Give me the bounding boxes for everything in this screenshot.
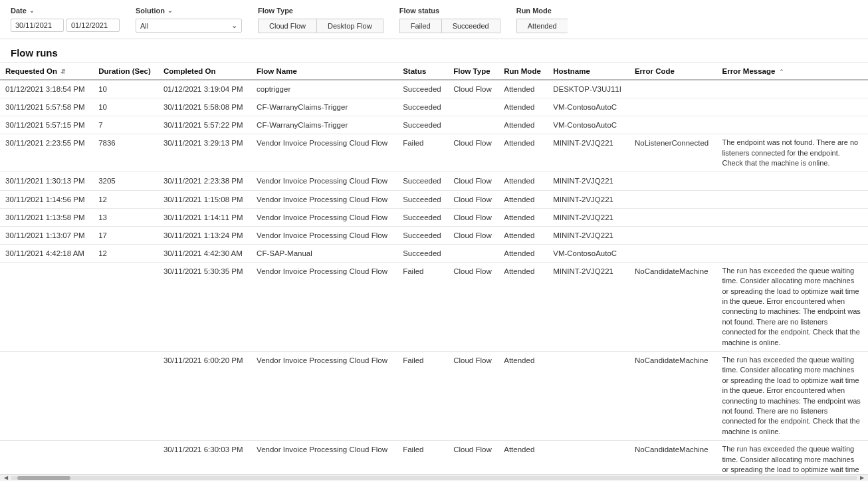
cell-flow-name: Vendor Invoice Processing Cloud Flow <box>251 441 397 474</box>
col-header-duration[interactable]: Duration (Sec) <box>93 63 158 80</box>
solution-label-text: Solution <box>136 7 165 15</box>
solution-filter-group: Solution ⌄ All ⌄ <box>136 7 242 33</box>
cell-run-mode: Attended <box>498 80 548 98</box>
flow-status-label: Flow status <box>399 7 500 15</box>
run-mode-label: Run Mode <box>516 7 568 15</box>
cell-completed-on: 30/11/2021 5:58:08 PM <box>158 98 251 116</box>
table-row: 30/11/2021 1:14:56 PM1230/11/2021 1:15:0… <box>0 190 868 208</box>
cell-error-code <box>629 98 717 116</box>
col-header-requested-on[interactable]: Requested On ⇵ <box>0 63 93 80</box>
sort-icon-error-message: ⌃ <box>779 68 784 75</box>
cell-flow-type <box>448 98 498 116</box>
table-row: 30/11/2021 4:42:18 AM1230/11/2021 4:42:3… <box>0 244 868 262</box>
flow-status-succeeded-button[interactable]: Succeeded <box>441 19 500 33</box>
flow-type-label-text: Flow Type <box>258 7 293 15</box>
cell-error-message <box>716 172 868 190</box>
cell-run-mode: Attended <box>498 134 548 172</box>
cell-error-message: The run has exceeded the queue waiting t… <box>716 262 868 351</box>
cell-requested-on: 30/11/2021 2:23:55 PM <box>0 134 93 172</box>
cell-status: Succeeded <box>397 172 448 190</box>
flow-type-desktop-button[interactable]: Desktop Flow <box>316 19 383 33</box>
cell-error-code <box>629 80 717 98</box>
cell-hostname: VM-ContosoAutoC <box>548 244 629 262</box>
table-header-row: Requested On ⇵ Duration (Sec) Completed … <box>0 63 868 80</box>
cell-run-mode: Attended <box>498 116 548 134</box>
cell-requested-on: 30/11/2021 1:13:58 PM <box>0 208 93 226</box>
cell-error-message: The run has exceeded the queue waiting t… <box>716 441 868 474</box>
cell-requested-on <box>0 262 93 351</box>
date-chevron-icon: ⌄ <box>29 7 35 14</box>
cell-completed-on: 30/11/2021 5:57:22 PM <box>158 116 251 134</box>
cell-requested-on: 01/12/2021 3:18:54 PM <box>0 80 93 98</box>
cell-run-mode: Attended <box>498 98 548 116</box>
cell-error-message <box>716 80 868 98</box>
table-row: 30/11/2021 1:13:58 PM1330/11/2021 1:14:1… <box>0 208 868 226</box>
cell-flow-name: CF-SAP-Manual <box>251 244 397 262</box>
col-header-flow-name[interactable]: Flow Name <box>251 63 397 80</box>
date-end-input[interactable] <box>66 19 120 32</box>
cell-duration: 7836 <box>93 134 158 172</box>
cell-run-mode: Attended <box>498 190 548 208</box>
cell-flow-type: Cloud Flow <box>448 190 498 208</box>
cell-error-message: The run has exceeded the queue waiting t… <box>716 352 868 441</box>
date-filter-group: Date ⌄ <box>11 7 120 32</box>
col-header-error-code[interactable]: Error Code <box>629 63 717 80</box>
cell-error-message <box>716 98 868 116</box>
cell-status: Failed <box>397 352 448 441</box>
cell-error-code <box>629 116 717 134</box>
col-header-completed-on[interactable]: Completed On <box>158 63 251 80</box>
scrollbar-track[interactable] <box>11 476 857 480</box>
cell-hostname: DESKTOP-V3UJ11I <box>548 80 629 98</box>
solution-value-text: All <box>140 22 148 30</box>
table-row: 30/11/2021 1:30:13 PM320530/11/2021 2:23… <box>0 172 868 190</box>
filters-bar: Date ⌄ Solution ⌄ All ⌄ Flow Type <box>0 0 868 39</box>
cell-hostname <box>548 352 629 441</box>
cell-run-mode: Attended <box>498 262 548 351</box>
date-start-input[interactable] <box>11 19 64 32</box>
scrollbar-thumb[interactable] <box>17 476 70 480</box>
flow-runs-title: Flow runs <box>0 39 868 62</box>
date-inputs-group <box>11 19 120 32</box>
flow-type-label: Flow Type <box>258 7 383 15</box>
sort-icon-requested-on: ⇵ <box>60 68 66 75</box>
cell-flow-type: Cloud Flow <box>448 208 498 226</box>
cell-flow-type: Cloud Flow <box>448 80 498 98</box>
col-header-run-mode[interactable]: Run Mode <box>498 63 548 80</box>
run-mode-attended-button[interactable]: Attended <box>516 19 568 33</box>
flow-type-filter-group: Flow Type Cloud Flow Desktop Flow <box>258 7 383 33</box>
cell-status: Succeeded <box>397 116 448 134</box>
cell-completed-on: 01/12/2021 3:19:04 PM <box>158 80 251 98</box>
table-body: 01/12/2021 3:18:54 PM1001/12/2021 3:19:0… <box>0 80 868 474</box>
cell-flow-type: Cloud Flow <box>448 352 498 441</box>
horizontal-scrollbar[interactable]: ◀ ▶ <box>0 474 868 481</box>
run-mode-filter-group: Run Mode Attended <box>516 7 568 33</box>
col-header-error-message[interactable]: Error Message ⌃ <box>716 63 868 80</box>
cell-hostname: MININT-2VJQ221 <box>548 190 629 208</box>
cell-duration: 13 <box>93 208 158 226</box>
cell-error-code: NoCandidateMachine <box>629 262 717 351</box>
cell-duration: 10 <box>93 80 158 98</box>
cell-flow-name: Vendor Invoice Processing Cloud Flow <box>251 172 397 190</box>
scroll-left-arrow[interactable]: ◀ <box>1 475 11 481</box>
date-label-text: Date <box>11 7 27 15</box>
cell-error-code: NoCandidateMachine <box>629 441 717 474</box>
col-header-flow-type[interactable]: Flow Type <box>448 63 498 80</box>
col-header-hostname[interactable]: Hostname <box>548 63 629 80</box>
cell-hostname: MININT-2VJQ221 <box>548 134 629 172</box>
solution-select[interactable]: All ⌄ <box>136 19 242 33</box>
cell-requested-on: 30/11/2021 5:57:15 PM <box>0 116 93 134</box>
cell-status: Failed <box>397 262 448 351</box>
run-mode-label-text: Run Mode <box>516 7 552 15</box>
scroll-right-arrow[interactable]: ▶ <box>857 475 867 481</box>
col-header-status[interactable]: Status <box>397 63 448 80</box>
flow-status-label-text: Flow status <box>399 7 440 15</box>
flow-type-toggle-group: Cloud Flow Desktop Flow <box>258 19 383 33</box>
flow-runs-table-wrapper[interactable]: Requested On ⇵ Duration (Sec) Completed … <box>0 62 868 474</box>
cell-flow-type: Cloud Flow <box>448 226 498 244</box>
cell-completed-on: 30/11/2021 1:13:24 PM <box>158 226 251 244</box>
flow-status-failed-button[interactable]: Failed <box>399 19 441 33</box>
cell-hostname: VM-ContosoAutoC <box>548 116 629 134</box>
cell-hostname: MININT-2VJQ221 <box>548 262 629 351</box>
cell-completed-on: 30/11/2021 6:30:03 PM <box>158 441 251 474</box>
flow-type-cloud-button[interactable]: Cloud Flow <box>258 19 316 33</box>
